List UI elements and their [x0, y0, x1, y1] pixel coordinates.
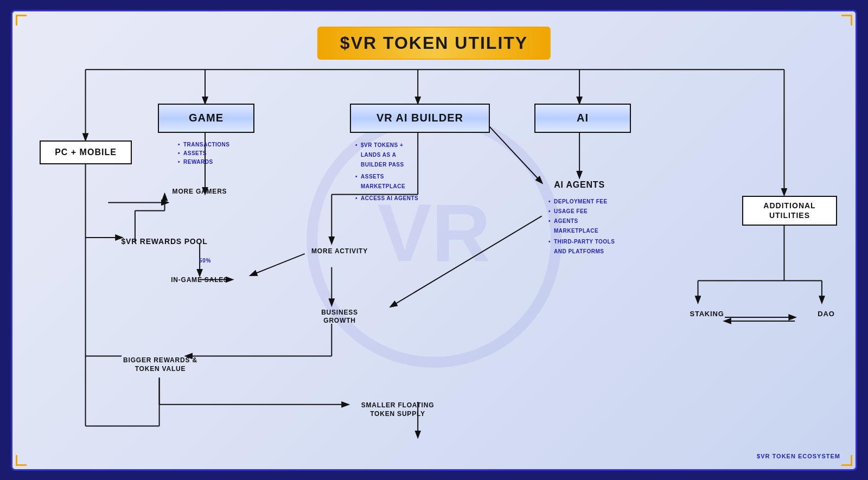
game-bullets: TRANSACTIONS ASSETS REWARDS — [178, 140, 229, 167]
ai-agents-label: AI AGENTS — [544, 180, 615, 191]
main-title-box: $VR TOKEN UTILITY — [317, 27, 551, 60]
dao-label: DAO — [810, 310, 843, 319]
vr-ai-builder-bullets: $VR TOKENS +LANDS AS ABUILDER PASS ASSET… — [355, 140, 418, 203]
pc-mobile-node: PC + MOBILE — [40, 140, 132, 164]
ai-node: AI — [534, 104, 631, 133]
svg-line-21 — [482, 119, 541, 182]
footer-text: $VR TOKEN ECOSYSTEM — [757, 453, 840, 459]
percent-label: 50% — [192, 257, 219, 264]
vr-ai-builder-node: VR AI BUILDER — [350, 104, 490, 133]
staking-label: STAKING — [685, 310, 729, 319]
additional-utilities-node: ADDITIONALUTILITIES — [742, 196, 837, 226]
more-activity-label: MORE ACTIVITY — [310, 247, 369, 256]
bigger-rewards-label: BIGGER REWARDS & TOKEN VALUE — [118, 356, 202, 374]
svg-line-23 — [391, 216, 542, 306]
in-game-sales-label: IN-GAME SALES — [164, 276, 235, 285]
rewards-pool-label: $VR REWARDS POOL — [121, 236, 208, 246]
business-growth-label: BUSINESS GROWTH — [310, 309, 369, 325]
main-container: VR — [11, 10, 857, 471]
more-gamers-label: MORE GAMERS — [170, 188, 229, 196]
ai-agents-bullets: DEPLOYMENT FEE USAGE FEE AGENTSMARKETPLA… — [548, 197, 615, 257]
smaller-floating-label: SMALLER FLOATING TOKEN SUPPLY — [349, 401, 446, 419]
game-node: GAME — [158, 104, 254, 133]
main-title: $VR TOKEN UTILITY — [340, 33, 528, 53]
svg-line-14 — [251, 253, 304, 275]
